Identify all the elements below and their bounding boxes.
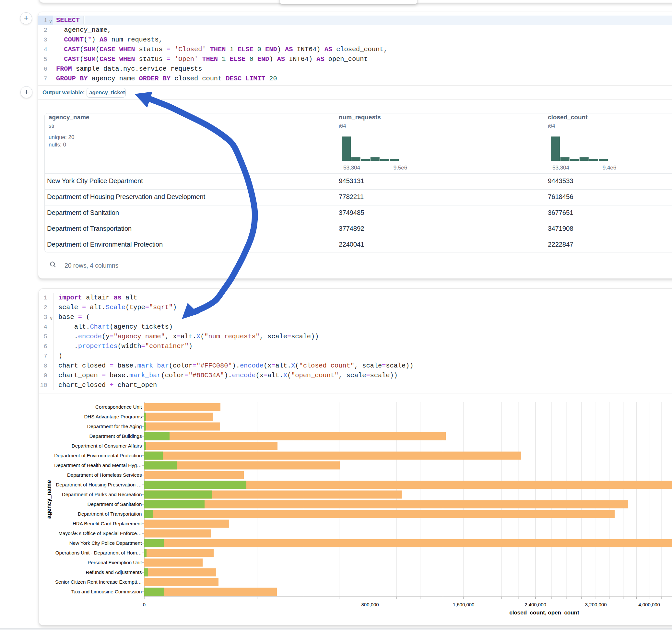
svg-text:53,304: 53,304 bbox=[343, 165, 360, 171]
svg-text:Personal Exemption Unit: Personal Exemption Unit bbox=[88, 560, 142, 565]
svg-text:Refunds and Adjustments: Refunds and Adjustments bbox=[86, 570, 142, 575]
svg-text:1,600,000: 1,600,000 bbox=[453, 602, 475, 607]
svg-text:Mayorâ€ s Office of Special En: Mayorâ€ s Office of Special Enforce… bbox=[58, 531, 142, 536]
svg-text:4,000,000: 4,000,000 bbox=[638, 602, 660, 607]
svg-text:Department of Transportation: Department of Transportation bbox=[78, 511, 142, 516]
svg-text:HRA Benefit Card Replacement: HRA Benefit Card Replacement bbox=[73, 521, 142, 526]
svg-text:800,000: 800,000 bbox=[361, 602, 379, 607]
svg-text:Department of Buildings: Department of Buildings bbox=[89, 433, 142, 439]
svg-text:53,304: 53,304 bbox=[552, 165, 569, 171]
svg-text:closed_count, open_count: closed_count, open_count bbox=[509, 610, 579, 616]
svg-text:Department of Housing Preserva: Department of Housing Preservation … bbox=[56, 482, 142, 487]
svg-text:Department of Consumer Affairs: Department of Consumer Affairs bbox=[72, 443, 142, 449]
svg-text:Department of Parks and Recrea: Department of Parks and Recreation bbox=[62, 492, 142, 497]
svg-text:2,400,000: 2,400,000 bbox=[525, 602, 546, 607]
svg-text:0: 0 bbox=[143, 602, 146, 607]
svg-text:Taxi and Limousine Commission: Taxi and Limousine Commission bbox=[71, 589, 142, 595]
svg-text:Department of Environmental Pr: Department of Environmental Protection bbox=[54, 453, 142, 458]
svg-text:New York City Police Departmen: New York City Police Department bbox=[69, 540, 142, 546]
svg-text:Correspondence Unit: Correspondence Unit bbox=[95, 404, 142, 410]
svg-text:agency_name: agency_name bbox=[46, 480, 52, 518]
svg-text:9.5e6: 9.5e6 bbox=[393, 165, 407, 171]
svg-text:Department of Health and Menta: Department of Health and Mental Hyg… bbox=[54, 462, 142, 468]
svg-text:Department of Sanitation: Department of Sanitation bbox=[87, 501, 142, 507]
svg-text:3,200,000: 3,200,000 bbox=[585, 602, 607, 607]
svg-text:DHS Advantage Programs: DHS Advantage Programs bbox=[84, 414, 142, 419]
svg-text:Senior Citizen Rent Increase E: Senior Citizen Rent Increase Exempti… bbox=[55, 579, 142, 585]
svg-text:Department for the Aging: Department for the Aging bbox=[87, 423, 142, 429]
svg-text:9.4e6: 9.4e6 bbox=[603, 165, 617, 171]
svg-text:Operations Unit - Department o: Operations Unit - Department of Hom… bbox=[55, 550, 142, 555]
svg-text:Department of Homeless Service: Department of Homeless Services bbox=[67, 472, 142, 478]
